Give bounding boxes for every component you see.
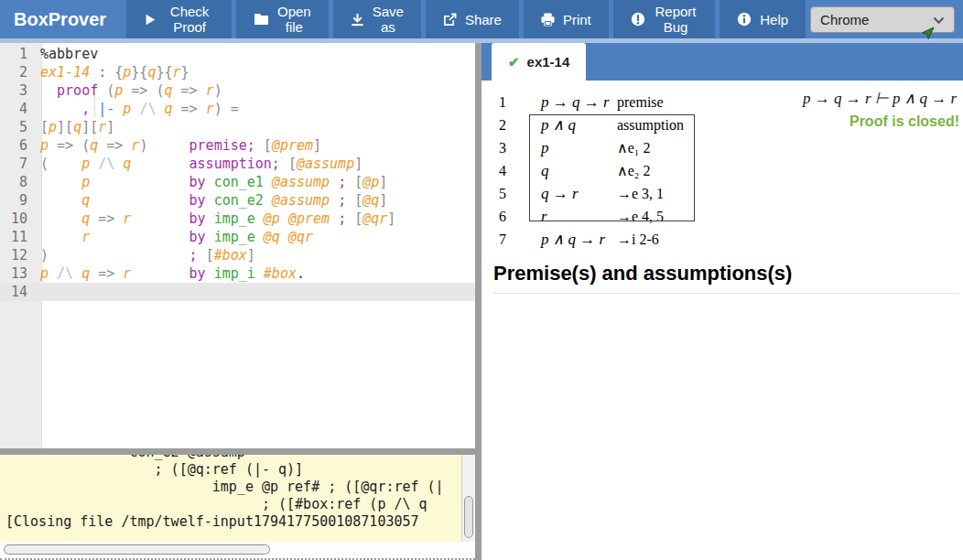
line-number: 7 [0, 155, 35, 173]
proof-justification: →e 3, 1 [617, 186, 664, 202]
line-number: 3 [0, 81, 35, 100]
line-number: 12 [0, 246, 35, 264]
left-panel: 1%abbrev2ex1-14 : {p}{q}{r}3 proof (p =>… [0, 43, 475, 560]
editor-line[interactable]: 1%abbrev [0, 45, 475, 63]
proof-justification: assumption [617, 117, 684, 134]
share-button[interactable]: Share [426, 0, 519, 38]
console-horizontal-scrollbar-thumb[interactable] [4, 544, 270, 555]
line-code: r by imp_e @q @qr [35, 228, 313, 246]
console-vertical-scrollbar-thumb[interactable] [464, 496, 473, 538]
line-code [35, 283, 40, 301]
button-label: Print [563, 12, 591, 27]
line-code: q => r by imp_e @p @prem ; [@qr] [35, 210, 395, 228]
button-label: Help [760, 12, 788, 27]
console-panel: con_e2 @assump ; ([@q:ref (|- q)] imp_e … [0, 455, 475, 542]
console-vertical-scrollbar[interactable] [461, 455, 475, 542]
line-number: 2 [0, 63, 35, 81]
line-number: 11 [0, 228, 35, 246]
proof-line-number: 1 [493, 94, 541, 111]
browser-select[interactable]: Chrome [810, 6, 955, 33]
print-button[interactable]: Print [524, 0, 609, 38]
editor-line[interactable]: 9 q by con_e2 @assump ; [@q] [0, 191, 475, 210]
proof-table: 1p → q → rpremise2p ∧ qassumption3p∧e₁ 2… [493, 91, 684, 251]
check-icon: ✔ [508, 54, 520, 70]
line-number: 8 [0, 173, 35, 191]
proof-line-number: 3 [493, 140, 541, 156]
editor-line[interactable]: 2ex1-14 : {p}{q}{r} [0, 63, 475, 81]
line-code: p /\ q => r by imp_i #box. [35, 264, 305, 283]
button-label: Open file [277, 4, 311, 35]
browser-select-value: Chrome [820, 12, 869, 27]
line-code: ( p /\ q assumption; [@assump] [35, 155, 362, 173]
line-code: p => (q => r) premise; [@prem] [35, 136, 321, 155]
line-code: q by con_e2 @assump ; [@q] [35, 191, 387, 210]
editor-line[interactable]: 10 q => r by imp_e @p @prem ; [@qr] [0, 210, 475, 228]
line-code: [p][q][r] [35, 118, 114, 136]
line-number: 1 [0, 45, 35, 63]
help-button[interactable]: Help [720, 0, 806, 38]
editor-line[interactable]: 12) ; [#box] [0, 246, 475, 264]
share-icon [443, 13, 457, 27]
right-panel: ✔ ex1-14 1p → q → rpremise2p ∧ qassumpti… [482, 43, 963, 560]
proof-row: 4q∧e₂ 2 [493, 159, 684, 182]
line-number: 4 [0, 100, 35, 118]
editor-line[interactable]: 7( p /\ q assumption; [@assump] [0, 155, 475, 173]
proof-formula: r [541, 208, 617, 226]
editor-line[interactable]: 13p /\ q => r by imp_i #box. [0, 264, 475, 283]
button-label: Check Proof [165, 4, 214, 35]
button-label: Save as [373, 4, 404, 35]
save-as-button[interactable]: Save as [333, 0, 421, 38]
download-icon [351, 13, 364, 27]
proof-line-number: 5 [493, 186, 541, 202]
app-logo: BoxProver [0, 0, 126, 38]
editor-line[interactable]: 5[p][q][r] [0, 118, 475, 136]
proof-line-number: 4 [493, 163, 541, 179]
proof-justification: premise [617, 94, 664, 111]
report-bug-button[interactable]: Report Bug [613, 0, 715, 38]
line-number: 6 [0, 136, 35, 155]
line-number: 5 [0, 118, 35, 136]
proof-row: 6r→e 4, 5 [493, 205, 684, 228]
check-proof-button[interactable]: Check Proof [126, 0, 232, 38]
code-editor[interactable]: 1%abbrev2ex1-14 : {p}{q}{r}3 proof (p =>… [0, 43, 475, 448]
editor-line[interactable]: 8 p by con_e1 @assump ; [@p] [0, 173, 475, 191]
tab-ex1-14[interactable]: ✔ ex1-14 [492, 43, 586, 81]
chevron-down-icon [933, 12, 945, 27]
proof-justification: →i 2-6 [617, 232, 659, 248]
editor-line[interactable]: 14 [0, 283, 475, 301]
editor-line[interactable]: 4 , |- p /\ q => r) = [0, 100, 475, 118]
tab-bar: ✔ ex1-14 [482, 43, 963, 81]
proof-formula: q → r [541, 185, 617, 203]
line-code: p by con_e1 @assump ; [@p] [35, 173, 387, 191]
proof-line-number: 2 [493, 117, 541, 134]
proof-line-number: 7 [493, 232, 541, 248]
tab-label: ex1-14 [527, 54, 570, 70]
toolbar: BoxProver Check ProofOpen fileSave asSha… [0, 0, 963, 38]
proof-formula: q [541, 162, 617, 180]
proof-justification: ∧e₂ 2 [617, 162, 650, 179]
help-icon [737, 12, 752, 27]
line-code: proof (p => (q => r) [35, 81, 222, 100]
proof-row: 1p → q → rpremise [493, 91, 684, 113]
heading-rule [493, 293, 959, 294]
line-number: 13 [0, 264, 35, 283]
open-file-button[interactable]: Open file [236, 0, 329, 38]
line-number: 10 [0, 210, 35, 228]
editor-line[interactable]: 3 proof (p => (q => r) [0, 81, 475, 100]
editor-line[interactable]: 6p => (q => r) premise; [@prem] [0, 136, 475, 155]
proof-formula: p [541, 139, 617, 157]
editor-line[interactable]: 11 r by imp_e @q @qr [0, 228, 475, 246]
console-output: con_e2 @assump ; ([@q:ref (|- q)] imp_e … [5, 455, 475, 531]
editor-console-splitter[interactable] [0, 448, 475, 455]
line-code: ex1-14 : {p}{q}{r} [35, 63, 189, 81]
sequent: p → q → r ⊢ p ∧ q → r [803, 89, 957, 108]
panel-divider[interactable] [475, 43, 482, 560]
report-bug-icon [631, 12, 645, 27]
line-number: 9 [0, 191, 35, 210]
proof-justification: →e 4, 5 [617, 209, 664, 225]
proof-row: 5q → r→e 3, 1 [493, 182, 684, 205]
button-label: Share [465, 12, 502, 27]
console-horizontal-scrollbar[interactable] [0, 542, 475, 558]
premises-heading: Premise(s) and assumptions(s) [493, 262, 792, 285]
proof-status: Proof is closed! [849, 113, 959, 130]
